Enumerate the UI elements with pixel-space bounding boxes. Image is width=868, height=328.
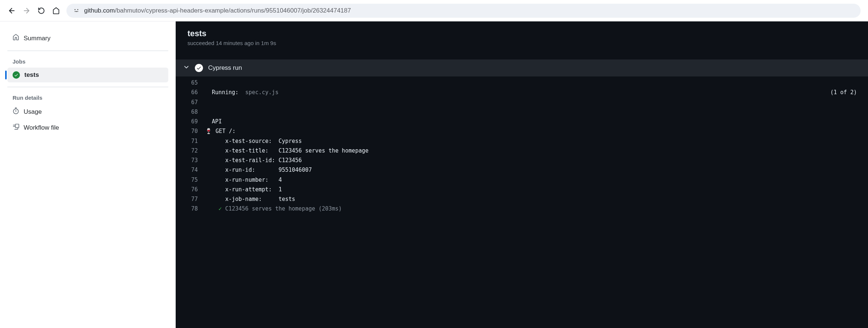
log-line: 78 ✓ C123456 serves the homepage (203ms): [176, 204, 868, 213]
line-content: x-test-source: Cypress: [205, 136, 861, 146]
reload-button[interactable]: [37, 6, 46, 15]
log-line: 77 x-job-name: tests: [176, 194, 868, 204]
log-line: 72 x-test-title: C123456 serves the home…: [176, 146, 868, 156]
log-line: 75 x-run-number: 4: [176, 175, 868, 185]
address-bar[interactable]: github.com/bahmutov/cypress-api-headers-…: [66, 4, 861, 18]
line-number: 65: [183, 78, 198, 88]
log-line: 69 API: [176, 117, 868, 126]
line-number: 68: [183, 107, 198, 117]
job-status: succeeded 14 minutes ago in 1m 9s: [187, 40, 856, 46]
log-line: 76 x-run-attempt: 1: [176, 185, 868, 194]
divider: [7, 51, 168, 51]
line-content: [205, 98, 861, 107]
sidebar-usage[interactable]: Usage: [7, 104, 168, 120]
log-line: 65: [176, 78, 868, 88]
log-line: 66 Running: spec.cy.js(1 of 2): [176, 88, 868, 97]
line-number: 78: [183, 204, 198, 213]
job-header: tests succeeded 14 minutes ago in 1m 9s: [176, 21, 868, 52]
stopwatch-icon: [13, 107, 19, 116]
back-button[interactable]: [7, 6, 16, 15]
line-content: [205, 78, 861, 88]
home-button[interactable]: [52, 6, 61, 15]
svg-point-3: [77, 9, 78, 10]
line-content: x-run-number: 4: [205, 175, 861, 185]
sidebar-workflow-file[interactable]: Workflow file: [7, 120, 168, 136]
step-cypress-run[interactable]: Cypress run: [176, 59, 868, 76]
sidebar-item-label: tests: [24, 71, 39, 79]
sidebar-summary[interactable]: Summary: [7, 30, 168, 46]
line-number: 77: [183, 194, 198, 204]
run-details-heading: Run details: [7, 92, 168, 104]
line-content: [205, 107, 861, 117]
line-number: 76: [183, 185, 198, 194]
line-number: 66: [183, 88, 198, 97]
line-number: 75: [183, 175, 198, 185]
job-log-panel: tests succeeded 14 minutes ago in 1m 9s …: [176, 21, 868, 328]
url-display: github.com/bahmutov/cypress-api-headers-…: [84, 7, 351, 14]
sidebar-item-label: Usage: [24, 108, 42, 116]
svg-point-2: [75, 9, 76, 10]
log-output[interactable]: 6566 Running: spec.cy.js(1 of 2)676869 A…: [176, 76, 868, 215]
line-number: 71: [183, 136, 198, 146]
line-content: 🍷 GET /:: [205, 126, 861, 136]
line-number: 70: [183, 126, 198, 136]
line-content: x-job-name: tests: [205, 194, 861, 204]
log-line: 74 x-run-id: 9551046007: [176, 165, 868, 175]
home-icon: [13, 34, 19, 42]
workflow-file-icon: [13, 123, 19, 132]
line-content: x-run-id: 9551046007: [205, 165, 861, 175]
sidebar-job-tests[interactable]: tests: [7, 68, 168, 82]
jobs-heading: Jobs: [7, 55, 168, 68]
site-settings-icon[interactable]: [73, 7, 80, 14]
line-number: 73: [183, 156, 198, 165]
job-title: tests: [187, 29, 856, 38]
sidebar: Summary Jobs tests Run details Usage Wor…: [0, 21, 176, 328]
sidebar-item-label: Summary: [24, 35, 51, 42]
line-content: x-run-attempt: 1: [205, 185, 861, 194]
success-check-icon: [13, 71, 20, 79]
chevron-down-icon: [183, 64, 190, 72]
line-content: Running: spec.cy.js(1 of 2): [205, 88, 861, 97]
sidebar-item-label: Workflow file: [24, 124, 59, 131]
browser-toolbar: github.com/bahmutov/cypress-api-headers-…: [0, 0, 868, 21]
log-line: 68: [176, 107, 868, 117]
line-number: 69: [183, 117, 198, 126]
log-line: 73 x-test-rail-id: C123456: [176, 156, 868, 165]
divider: [7, 87, 168, 87]
log-line: 67: [176, 98, 868, 107]
line-number: 72: [183, 146, 198, 156]
svg-rect-5: [76, 11, 77, 12]
log-line: 71 x-test-source: Cypress: [176, 136, 868, 146]
line-content: ✓ C123456 serves the homepage (203ms): [205, 204, 861, 213]
forward-button[interactable]: [22, 6, 31, 15]
line-content: API: [205, 117, 861, 126]
line-content: x-test-rail-id: C123456: [205, 156, 861, 165]
line-content: x-test-title: C123456 serves the homepag…: [205, 146, 861, 156]
log-line: 70🍷 GET /:: [176, 126, 868, 136]
step-success-icon: [195, 64, 203, 72]
step-title: Cypress run: [208, 64, 242, 72]
line-number: 67: [183, 98, 198, 107]
line-number: 74: [183, 165, 198, 175]
